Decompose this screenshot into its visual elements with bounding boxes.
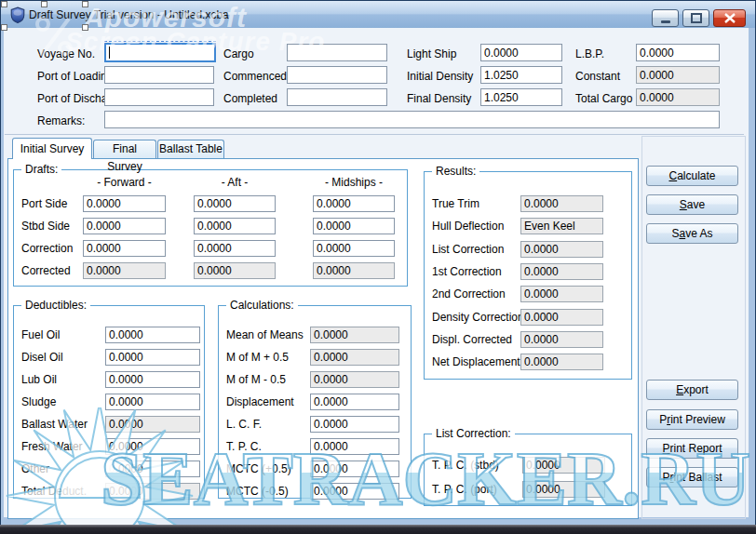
displacement-input[interactable] [310,394,399,410]
stbd-side-aft-input[interactable] [194,218,276,234]
print-ballast-button[interactable]: Print Ballast [646,467,738,487]
tpc-input[interactable] [310,438,399,455]
light-ship-label: Light Ship [407,47,456,60]
mctc-minus-label: MCTC (-0.5) [226,485,289,498]
minimize-button[interactable] [652,9,679,27]
port-of-discharge-input[interactable] [104,88,214,106]
lcf-input[interactable] [310,416,399,433]
voyage-input[interactable] [104,43,216,62]
total-cargo-label: Total Cargo [575,92,632,105]
label: alculate [677,169,715,182]
completed-input[interactable] [287,88,387,106]
aft-column-header: - Aft - [194,176,276,189]
first-correction-field [520,263,603,280]
other-input[interactable] [105,461,200,477]
capture-handle [41,1,47,7]
label: xport [683,383,709,396]
disel-oil-input[interactable] [105,349,200,366]
initial-density-label: Initial Density [407,70,473,83]
port-side-aft-input[interactable] [194,195,276,212]
export-button[interactable]: Export [646,380,738,400]
tpc-label: T. P. C. [226,440,262,453]
label: int Preview [670,413,725,426]
final-density-label: Final Density [407,92,471,105]
remarks-input[interactable] [104,111,720,128]
midships-column-header: - Midships - [313,176,395,189]
correction-midships-input[interactable] [313,240,395,257]
correction-aft-input[interactable] [194,240,276,257]
sludge-label: Sludge [21,395,56,408]
cargo-input[interactable] [287,44,387,61]
label: rint Report [669,442,722,455]
tpc-port-field [522,481,605,498]
lub-oil-input[interactable] [105,371,200,388]
print-report-button[interactable]: Print Report [646,438,738,459]
initial-density-input[interactable] [480,66,562,84]
stbd-side-forward-input[interactable] [83,218,166,234]
cargo-label: Cargo [223,47,254,60]
forward-column-header: - Forward - [83,176,166,189]
mctc-minus-input[interactable] [310,483,399,500]
save-as-button[interactable]: Save As [646,223,738,244]
displ-corrected-label: Displ. Corrected [432,333,512,346]
tpc-port-label: T. P. C. (port) [432,483,497,496]
app-shield-icon [9,7,26,23]
port-side-forward-input[interactable] [83,195,166,212]
tpc-stbd-label: T. P. C. (stbd) [432,459,499,472]
port-of-loading-label: Port of Loading [37,70,113,83]
deductibles-group: Deductibles: Fuel Oil Disel Oil Lub Oil … [13,305,205,499]
tab-ballast-table[interactable]: Ballast Table [157,140,224,158]
calculations-legend: Calculations: [226,299,298,312]
minimize-icon [661,20,670,23]
net-displacement-field [520,354,603,370]
port-of-loading-input[interactable] [104,66,214,84]
true-trim-field [520,195,603,212]
ballast-water-field [105,416,200,433]
true-trim-label: True Trim [432,197,479,210]
tab-final-survey[interactable]: Final Survey [93,140,156,158]
close-icon [724,13,736,23]
print-preview-button[interactable]: Print Preview [646,409,738,430]
app-window: Draft Survey Trial version - Untitled.xc… [0,0,756,534]
voyage-label: Voyage No. [37,47,95,60]
calculate-button[interactable]: Calculate [646,166,738,186]
mean-of-means-field [310,327,399,343]
fuel-oil-input[interactable] [105,327,200,343]
list-correction-label: List Correction [432,243,504,256]
tab-initial-survey[interactable]: Initial Survey [12,138,92,159]
text-caret [109,47,110,59]
lbp-input[interactable] [636,44,720,61]
list-correction-group: List Correction: T. P. C. (stbd) T. P. C… [424,434,632,506]
correction-forward-input[interactable] [83,240,166,257]
density-correction-label: Density Correction [432,311,524,324]
m-of-m-plus-field [310,349,399,366]
fresh-water-input[interactable] [105,438,200,455]
drafts-group: Drafts: - Forward - - Aft - - Midships -… [13,169,408,287]
label: ve As [685,227,712,240]
fresh-water-label: Fresh Water [21,440,83,453]
total-deduct-label: Total Deduct. [21,485,87,498]
density-correction-field [520,309,603,326]
lub-oil-label: Lub Oil [21,373,57,386]
light-ship-input[interactable] [480,44,562,61]
commenced-input[interactable] [287,66,387,84]
correction-label: Correction [21,242,73,255]
maximize-button[interactable] [682,9,709,27]
displacement-label: Displacement [226,395,294,408]
final-density-input[interactable] [480,88,562,106]
corrected-midships-field [313,262,395,279]
mctc-plus-input[interactable] [310,461,399,477]
sludge-input[interactable] [105,394,200,410]
mean-of-means-label: Mean of Means [226,328,304,341]
constant-label: Constant [575,70,620,83]
save-button[interactable]: Save [646,194,738,215]
commenced-label: Commenced [223,70,287,83]
tpc-stbd-field [522,457,605,474]
stbd-side-midships-input[interactable] [313,218,395,234]
completed-label: Completed [223,92,277,105]
port-side-midships-input[interactable] [313,195,395,212]
close-button[interactable] [713,9,746,27]
port-side-label: Port Side [21,197,67,210]
corrected-forward-field [83,262,166,279]
remarks-label: Remarks: [37,114,85,127]
